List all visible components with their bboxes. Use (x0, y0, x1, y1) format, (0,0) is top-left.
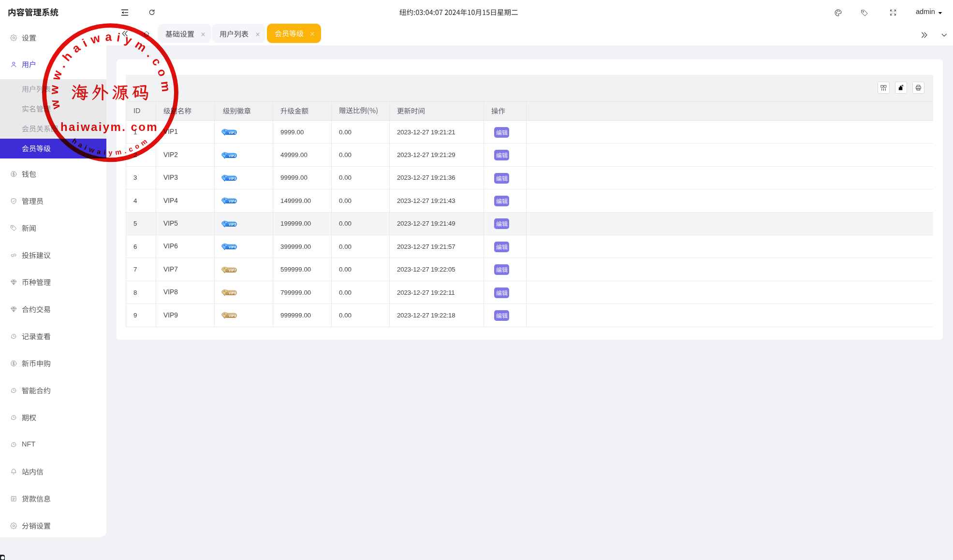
svg-text:VIP4: VIP4 (229, 200, 236, 203)
svg-text:VIP6: VIP6 (229, 245, 236, 249)
svg-text:VIP9: VIP9 (229, 315, 236, 318)
svg-text:VIP7: VIP7 (229, 269, 236, 272)
svg-text:VIP5: VIP5 (229, 223, 236, 226)
svg-text:VIP8: VIP8 (229, 291, 236, 295)
